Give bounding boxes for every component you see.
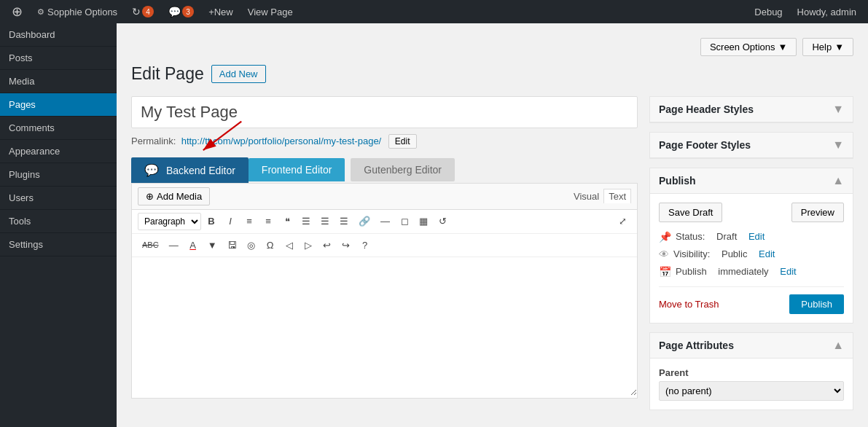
page-attributes-body: Parent (no parent)	[650, 359, 853, 410]
edit-permalink-button[interactable]: Edit	[388, 134, 417, 149]
editor-tabs: 💬 Backend Editor Frontend Editor Gutenbe…	[131, 157, 638, 183]
menu-plugins[interactable]: Plugins	[0, 163, 117, 187]
save-draft-button[interactable]: Save Draft	[659, 203, 722, 222]
preview-button[interactable]: Preview	[791, 203, 844, 222]
editor-toolbar-row2: ABC — A ▼ 🖫 ◎ Ω ◁ ▷ ↩ ↪ ?	[132, 234, 637, 257]
permalink-url[interactable]: http://tt.com/wp/portfolio/personal/my-t…	[181, 136, 382, 146]
permalink-row: Permalink: http://tt.com/wp/portfolio/pe…	[131, 134, 638, 149]
blockquote-button[interactable]: ❝	[278, 213, 296, 230]
page-footer-styles-title: Page Footer Styles	[659, 139, 751, 151]
status-value: Draft	[716, 231, 737, 242]
wp-logo[interactable]: ⊕	[6, 0, 28, 23]
user-menu[interactable]: Howdy, admin	[791, 0, 862, 23]
align-center-button[interactable]: ☰	[316, 213, 334, 230]
visibility-edit-link[interactable]: Edit	[759, 248, 775, 259]
schedule-edit-link[interactable]: Edit	[780, 266, 796, 277]
site-name[interactable]: ⚙ Sopphie Options	[31, 0, 123, 23]
page-attributes-panel: Page Attributes ▲ Parent (no parent)	[649, 332, 853, 410]
paste-text-button[interactable]: 🖫	[223, 237, 241, 254]
undo-button[interactable]: ↺	[434, 213, 451, 230]
admin-sidebar: Dashboard Posts Media Pages Comments App…	[0, 23, 117, 427]
menu-media[interactable]: Media	[0, 70, 117, 93]
visibility-value: Public	[722, 248, 747, 259]
visibility-label: Visibility:	[673, 248, 710, 259]
comments-menu[interactable]: 💬 3	[163, 0, 200, 23]
publish-chevron-icon: ▲	[832, 174, 844, 187]
publish-actions: Save Draft Preview	[659, 203, 844, 222]
title-field-wrap	[131, 96, 638, 128]
strikethrough-button[interactable]: ABC	[138, 238, 163, 252]
updates-menu[interactable]: ↻ 4	[126, 0, 160, 23]
bold-button[interactable]: B	[203, 213, 220, 230]
indent-button[interactable]: ▷	[300, 237, 317, 254]
publish-panel-title: Publish	[659, 175, 696, 187]
menu-pages[interactable]: Pages	[0, 93, 117, 117]
menu-users[interactable]: Users	[0, 187, 117, 210]
align-left-button[interactable]: ☰	[297, 213, 315, 230]
parent-label: Parent	[659, 367, 844, 378]
page-attributes-header[interactable]: Page Attributes ▲	[650, 333, 853, 359]
text-color-picker[interactable]: ▼	[203, 237, 222, 254]
publish-panel-header[interactable]: Publish ▲	[650, 168, 853, 194]
help-toolbar-button[interactable]: ?	[356, 237, 374, 254]
publish-when: immediately	[718, 266, 768, 277]
horizontal-rule-button[interactable]: —	[165, 237, 183, 254]
menu-posts[interactable]: Posts	[0, 47, 117, 70]
gutenberg-editor-tab[interactable]: Gutenberg Editor	[351, 158, 455, 181]
permalink-label: Permalink:	[131, 136, 176, 146]
special-char-button[interactable]: Ω	[262, 237, 279, 254]
editor-toolbar-row1: Paragraph B I ≡ ≡ ❝ ☰ ☰ ☰ 🔗 — ◻ ▦	[132, 210, 637, 234]
italic-button[interactable]: I	[222, 213, 239, 230]
screen-options-button[interactable]: Screen Options ▼	[700, 38, 797, 56]
fullscreen-button[interactable]: ⤢	[614, 213, 631, 230]
page-footer-styles-panel: Page Footer Styles ▼	[649, 132, 853, 159]
text-color-button[interactable]: A	[184, 237, 202, 254]
menu-appearance[interactable]: Appearance	[0, 140, 117, 163]
undo2-button[interactable]: ↩	[318, 237, 336, 254]
publish-button[interactable]: Publish	[789, 294, 844, 314]
view-page-link[interactable]: View Page	[242, 0, 299, 23]
toolbar-toggle-button[interactable]: ▦	[415, 213, 432, 230]
page-title-input[interactable]	[131, 96, 638, 128]
clear-formatting-button[interactable]: ◎	[243, 237, 260, 254]
chevron-down-icon: ▼	[834, 42, 844, 52]
new-content-menu[interactable]: + New	[203, 0, 239, 23]
help-button[interactable]: Help ▼	[802, 38, 853, 56]
editor-content-area[interactable]	[132, 257, 637, 396]
main-editor-column: Permalink: http://tt.com/wp/portfolio/pe…	[131, 96, 638, 419]
add-new-button[interactable]: Add New	[211, 65, 266, 83]
backend-icon: 💬	[144, 164, 159, 176]
menu-dashboard[interactable]: Dashboard	[0, 23, 117, 47]
chevron-down-icon: ▼	[778, 42, 788, 52]
visual-tab[interactable]: Visual	[569, 189, 603, 203]
status-edit-link[interactable]: Edit	[748, 231, 765, 242]
insert-readmore-button[interactable]: ◻	[396, 213, 413, 230]
visibility-icon: 👁	[659, 248, 669, 260]
page-footer-chevron-icon: ▼	[832, 138, 844, 152]
top-controls: Screen Options ▼ Help ▼	[131, 38, 853, 56]
paragraph-select[interactable]: Paragraph	[138, 213, 201, 230]
parent-select[interactable]: (no parent)	[659, 381, 844, 401]
debug-menu[interactable]: Debug	[748, 0, 788, 23]
visibility-row: 👁 Visibility: Public Edit	[659, 248, 844, 260]
menu-comments[interactable]: Comments	[0, 117, 117, 140]
outdent-button[interactable]: ◁	[281, 237, 298, 254]
sidebar-column: Page Header Styles ▼ Page Footer Styles …	[649, 96, 853, 419]
menu-settings[interactable]: Settings	[0, 233, 117, 256]
insert-link-button[interactable]: 🔗	[354, 213, 375, 230]
insert-hr-button[interactable]: —	[376, 213, 394, 230]
move-to-trash-link[interactable]: Move to Trash	[659, 299, 719, 310]
text-tab[interactable]: Text	[603, 189, 631, 203]
redo-button[interactable]: ↪	[337, 237, 355, 254]
page-footer-styles-header[interactable]: Page Footer Styles ▼	[650, 133, 853, 158]
backend-editor-tab[interactable]: 💬 Backend Editor	[131, 157, 249, 183]
menu-tools[interactable]: Tools	[0, 210, 117, 233]
add-media-button[interactable]: ⊕ Add Media	[138, 187, 210, 205]
ordered-list-button[interactable]: ≡	[259, 213, 277, 230]
schedule-row: 📅 Publish immediately Edit	[659, 266, 844, 278]
frontend-editor-tab[interactable]: Frontend Editor	[249, 158, 345, 181]
page-heading: Edit Page Add New	[131, 63, 853, 85]
page-header-styles-header[interactable]: Page Header Styles ▼	[650, 97, 853, 122]
align-right-button[interactable]: ☰	[335, 213, 353, 230]
unordered-list-button[interactable]: ≡	[241, 213, 258, 230]
